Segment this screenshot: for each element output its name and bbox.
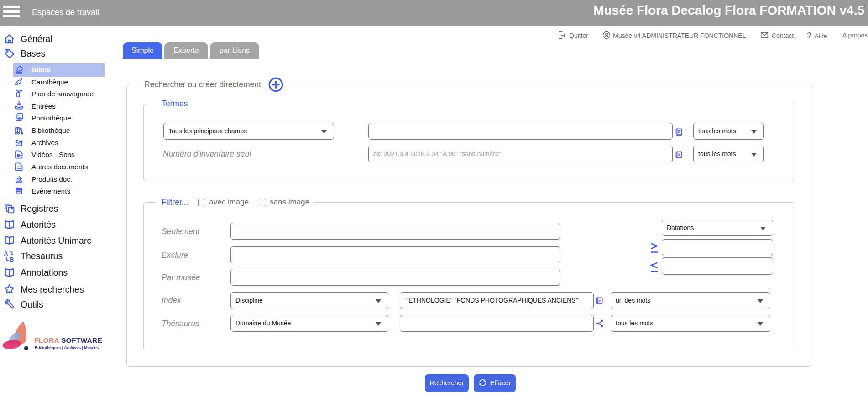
svg-text:B: B	[10, 256, 14, 262]
svg-text:A: A	[4, 251, 8, 257]
